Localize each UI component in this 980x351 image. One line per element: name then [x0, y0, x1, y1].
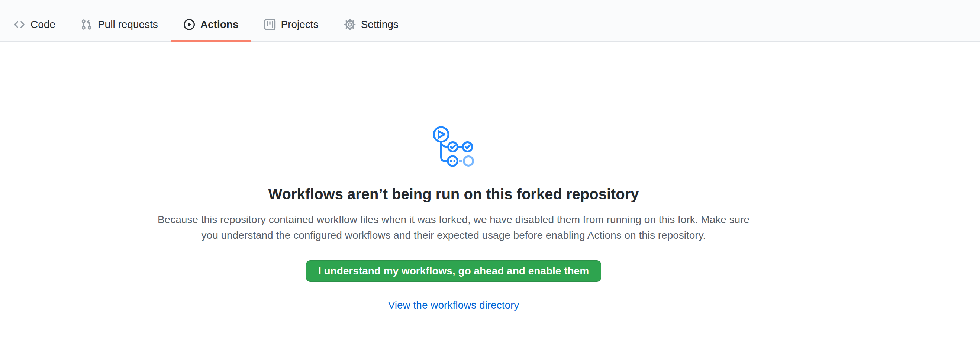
repo-tab-nav: Code Pull requests [0, 0, 980, 42]
repository-actions-page: Code Pull requests [0, 0, 980, 311]
tab-settings-label: Settings [361, 19, 399, 30]
gear-icon [344, 19, 356, 30]
tab-code-label: Code [30, 19, 56, 30]
tab-settings[interactable]: Settings [331, 8, 411, 41]
play-icon [183, 19, 195, 30]
git-pull-request-icon [81, 19, 92, 30]
view-workflows-directory-link[interactable]: View the workflows directory [388, 299, 519, 311]
tab-projects[interactable]: Projects [251, 8, 331, 41]
tab-pull-requests-label: Pull requests [98, 19, 158, 30]
enable-workflows-button[interactable]: I understand my workflows, go ahead and … [306, 260, 601, 282]
code-icon [13, 19, 25, 30]
blankslate-title: Workflows aren’t being run on this forke… [268, 184, 639, 204]
tab-actions-label: Actions [200, 19, 239, 30]
blankslate-description: Because this repository contained workfl… [151, 212, 757, 243]
tab-projects-label: Projects [281, 19, 318, 30]
project-icon [264, 19, 276, 30]
tab-actions[interactable]: Actions [171, 8, 251, 41]
workflow-graph-icon [433, 125, 475, 167]
tab-pull-requests[interactable]: Pull requests [68, 8, 171, 41]
actions-disabled-blankslate: Workflows aren’t being run on this forke… [0, 42, 907, 311]
tab-code[interactable]: Code [1, 8, 68, 41]
